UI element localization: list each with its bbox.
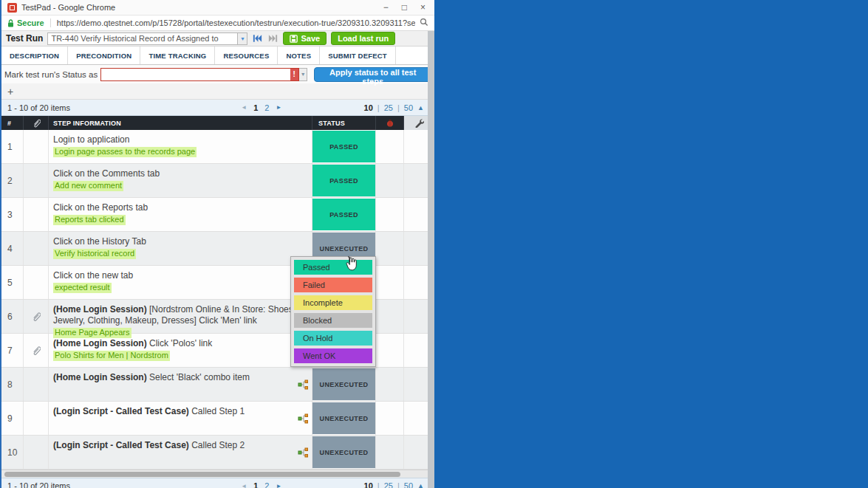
expected-result: Reports tab clicked xyxy=(53,215,126,225)
page-link-1[interactable]: 1 xyxy=(253,481,258,488)
defect-column-header xyxy=(376,116,404,130)
load-last-run-button[interactable]: Load last run xyxy=(331,32,395,45)
apply-status-button[interactable]: Apply status to all test steps xyxy=(314,67,431,82)
attachment-cell xyxy=(24,368,49,401)
test-run-input[interactable]: TR-440 Verify Historical Record of Assig… xyxy=(47,32,238,45)
table-row: 2 Click on the Comments tab Add new comm… xyxy=(1,164,434,198)
status-cell[interactable]: UNEXECUTED xyxy=(312,402,376,435)
status-cell-value: PASSED xyxy=(312,131,375,162)
status-option-incomplete[interactable]: Incomplete xyxy=(294,295,372,310)
paperclip-icon xyxy=(31,345,41,356)
next-page-icon[interactable]: ► xyxy=(276,483,281,488)
page-link-1[interactable]: 1 xyxy=(253,103,258,112)
refresh-icon[interactable]: ▲ xyxy=(417,482,424,488)
prev-page-icon[interactable]: ◄ xyxy=(241,104,247,111)
page-size-10[interactable]: 10 xyxy=(364,103,373,112)
tab-notes[interactable]: NOTES xyxy=(278,47,320,64)
mark-status-label: Mark test run's Status as xyxy=(4,70,98,79)
status-cell[interactable]: PASSED xyxy=(312,164,376,197)
horizontal-scrollbar-thumb[interactable] xyxy=(4,472,400,477)
defect-cell[interactable] xyxy=(376,266,404,299)
horizontal-scrollbar[interactable] xyxy=(1,470,434,478)
bug-icon xyxy=(386,118,394,128)
row-number: 1 xyxy=(1,130,24,163)
zoom-icon[interactable] xyxy=(415,16,428,30)
defect-cell[interactable] xyxy=(376,368,404,401)
next-page-icon[interactable]: ► xyxy=(276,104,281,111)
step-text: Click on the Reports tab xyxy=(53,202,148,213)
status-cell[interactable]: UNEXECUTED xyxy=(312,368,376,401)
defect-cell[interactable] xyxy=(376,232,404,265)
tab-time-tracking[interactable]: TIME TRACKING xyxy=(140,47,215,64)
step-information-cell: Click on the new tab expected result xyxy=(49,266,312,299)
prev-page-icon[interactable]: ◄ xyxy=(241,483,247,488)
status-option-failed[interactable]: Failed xyxy=(294,278,372,292)
status-cell[interactable]: PASSED xyxy=(312,198,376,231)
status-cell-value: UNEXECUTED xyxy=(312,402,375,434)
chevron-down-icon: ▼ xyxy=(301,72,306,77)
skip-forward-icon[interactable] xyxy=(267,34,278,43)
tab-bar: DESCRIPTION PRECONDITION TIME TRACKING R… xyxy=(1,47,434,65)
run-status-input[interactable]: ! xyxy=(100,68,299,81)
desktop-background: TestPad - Google Chrome − □ × Secure htt… xyxy=(0,0,868,488)
step-prefix: (Home Login Session) xyxy=(53,304,147,315)
defect-cell[interactable] xyxy=(376,130,404,163)
test-run-dropdown-caret[interactable]: ▼ xyxy=(238,32,247,45)
page-size-50[interactable]: 50 xyxy=(404,103,413,112)
step-text: Click 'Polos' link xyxy=(147,338,213,348)
defect-cell[interactable] xyxy=(376,334,404,367)
items-summary: 1 - 10 of 20 items xyxy=(7,481,159,488)
close-button[interactable]: × xyxy=(420,3,426,12)
status-option-went-ok[interactable]: Went OK xyxy=(294,348,372,363)
url-text[interactable]: https://demo.qtestnet.com/p/15728/portal… xyxy=(51,18,415,27)
tab-description[interactable]: DESCRIPTION xyxy=(1,47,68,64)
tab-precondition[interactable]: PRECONDITION xyxy=(68,47,140,64)
status-cell[interactable]: PASSED xyxy=(312,130,376,163)
step-text: Click on the History Tab xyxy=(53,236,146,247)
save-disk-icon xyxy=(290,35,298,43)
mark-status-bar: Mark test run's Status as ! ▼ Apply stat… xyxy=(1,65,434,83)
status-option-blocked[interactable]: Blocked xyxy=(294,313,372,328)
step-prefix: (Login Script - Called Test Case) xyxy=(53,440,189,450)
page-size-50[interactable]: 50 xyxy=(404,481,413,488)
defect-cell[interactable] xyxy=(376,164,404,197)
page-size-10[interactable]: 10 xyxy=(364,481,373,488)
status-option-passed[interactable]: Passed xyxy=(294,260,372,275)
pagination-bar-bottom: 1 - 10 of 20 items ◄ 1 2 ► 10 | 25 | 50 … xyxy=(1,478,434,488)
defect-cell[interactable] xyxy=(376,402,404,435)
skip-back-icon[interactable] xyxy=(252,34,263,43)
page-link-2[interactable]: 2 xyxy=(264,103,269,112)
row-number: 8 xyxy=(1,368,24,401)
page-size-25[interactable]: 25 xyxy=(384,103,393,112)
add-step-button[interactable]: + xyxy=(7,86,13,97)
minimize-button[interactable]: − xyxy=(383,3,389,12)
row-number: 10 xyxy=(1,436,24,469)
wrench-icon xyxy=(414,118,424,128)
status-cell-value: UNEXECUTED xyxy=(312,368,375,400)
refresh-icon[interactable]: ▲ xyxy=(417,104,424,111)
run-status-dropdown-caret[interactable]: ▼ xyxy=(299,68,308,81)
step-prefix: (Home Login Session) xyxy=(53,372,147,382)
address-bar: Secure https://demo.qtestnet.com/p/15728… xyxy=(1,16,434,31)
step-text: Called Step 2 xyxy=(189,440,245,450)
title-bar: TestPad - Google Chrome − □ × xyxy=(1,0,434,16)
tab-submit-defect[interactable]: SUBMIT DEFECT xyxy=(320,47,396,64)
save-button[interactable]: Save xyxy=(283,32,327,45)
grid-header: # STEP INFORMATION STATUS xyxy=(1,116,434,130)
page-size-25[interactable]: 25 xyxy=(384,481,393,488)
status-option-on-hold[interactable]: On Hold xyxy=(294,331,372,346)
step-prefix: (Login Script - Called Test Case) xyxy=(53,406,189,416)
attachment-cell xyxy=(24,232,49,265)
browser-window: TestPad - Google Chrome − □ × Secure htt… xyxy=(0,0,434,488)
table-row: 3 Click on the Reports tab Reports tab c… xyxy=(1,198,434,232)
tab-resources[interactable]: RESOURCES xyxy=(215,47,278,64)
status-cell[interactable]: UNEXECUTED xyxy=(312,436,376,469)
defect-cell[interactable] xyxy=(376,436,404,469)
vertical-scrollbar[interactable] xyxy=(428,31,434,488)
defect-cell[interactable] xyxy=(376,198,404,231)
secure-label: Secure xyxy=(17,18,44,27)
paperclip-icon xyxy=(31,311,41,322)
defect-cell[interactable] xyxy=(376,300,404,333)
page-link-2[interactable]: 2 xyxy=(264,481,269,488)
maximize-button[interactable]: □ xyxy=(402,3,407,12)
